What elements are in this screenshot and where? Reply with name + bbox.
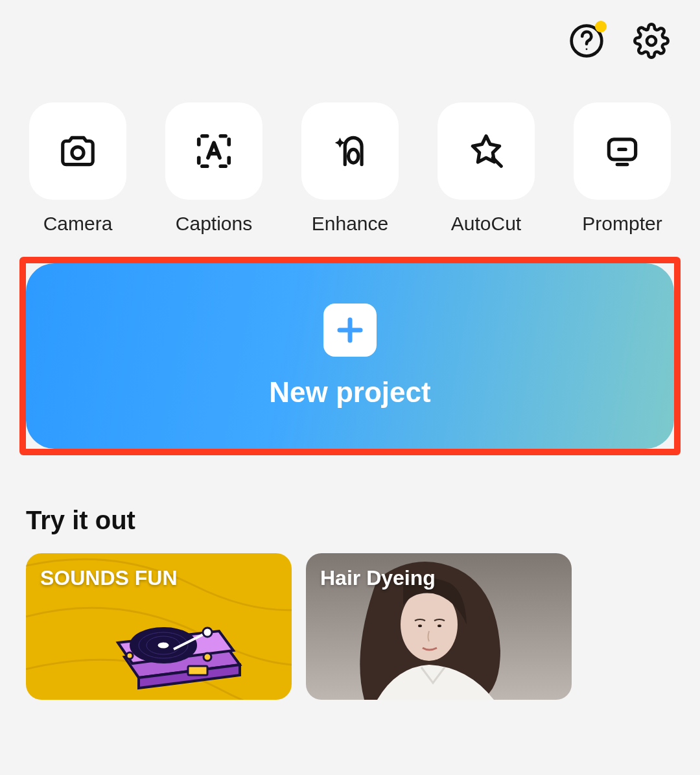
try-section-title: Try it out [26, 506, 674, 535]
tool-autocut[interactable]: AutoCut [434, 102, 538, 235]
tool-card [301, 102, 399, 200]
tool-prompter[interactable]: Prompter [570, 102, 674, 235]
gear-icon [633, 23, 670, 59]
tool-card [574, 102, 671, 200]
svg-point-18 [126, 652, 133, 659]
tool-row: Camera Captions Enhance [0, 64, 700, 235]
svg-point-17 [204, 653, 211, 661]
try-card-hair-dyeing[interactable]: Hair Dyeing [306, 553, 572, 700]
help-button[interactable] [564, 18, 609, 64]
tool-camera[interactable]: Camera [26, 102, 130, 235]
plus-icon [334, 315, 366, 346]
tool-captions[interactable]: Captions [162, 102, 266, 235]
svg-point-1 [586, 48, 588, 50]
enhance-icon [330, 131, 370, 171]
notification-dot [595, 21, 607, 32]
tool-label: AutoCut [451, 213, 521, 235]
try-cards: SOUNDS FUN [26, 553, 674, 700]
camera-icon [58, 131, 98, 171]
try-card-sounds-fun[interactable]: SOUNDS FUN [26, 553, 292, 700]
new-project-highlight: New project [19, 257, 681, 455]
tool-card [29, 102, 126, 200]
settings-button[interactable] [629, 18, 674, 64]
svg-point-14 [157, 641, 170, 649]
svg-point-3 [72, 147, 84, 159]
prompter-icon [602, 131, 642, 171]
tool-label: Enhance [312, 213, 388, 235]
tool-card [165, 102, 262, 200]
autocut-icon [466, 131, 506, 171]
tool-label: Prompter [582, 213, 662, 235]
tool-enhance[interactable]: Enhance [298, 102, 402, 235]
topbar [0, 0, 700, 64]
tool-label: Captions [176, 213, 252, 235]
svg-point-22 [438, 625, 441, 627]
svg-point-4 [348, 149, 358, 163]
tool-card [438, 102, 535, 200]
new-project-button[interactable]: New project [26, 263, 674, 449]
svg-rect-19 [188, 666, 207, 675]
svg-point-2 [647, 36, 656, 45]
try-card-label: Hair Dyeing [320, 566, 436, 590]
new-project-label: New project [269, 376, 430, 409]
record-player-illustration [110, 586, 253, 696]
tool-label: Camera [43, 213, 113, 235]
svg-point-21 [418, 625, 422, 627]
try-section: Try it out [0, 455, 700, 700]
plus-icon-box [323, 304, 377, 357]
svg-point-16 [203, 628, 212, 637]
try-card-label: SOUNDS FUN [40, 566, 178, 590]
captions-icon [194, 131, 234, 171]
